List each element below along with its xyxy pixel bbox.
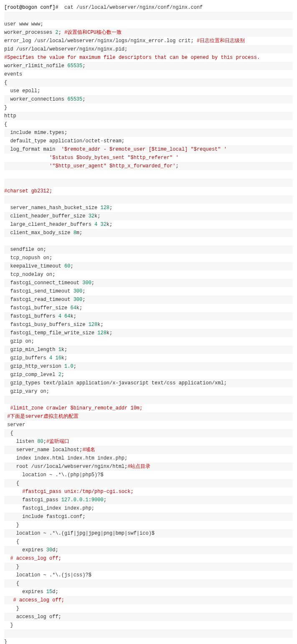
code-segment: #日志位置和日志级别 [197,38,245,44]
code-segment: #charset gb2312; [4,188,52,194]
code-line: gzip_buffers 4 16k; [4,354,293,362]
code-segment: 1.0 [64,364,74,369]
code-line: sendfile on; [4,245,293,254]
code-line [4,170,293,179]
code-segment: ; [82,288,85,294]
code-segment [4,556,10,561]
code-segment: fastcgi_buffer_size [4,305,70,311]
code-segment: fastcgi_send_timeout [4,288,74,294]
code-line: #下面是server虚拟主机的配置 [4,412,293,421]
code-line: # access_log off; [4,554,293,563]
code-segment: sendfile on; [4,247,46,253]
code-segment: } [4,639,7,644]
code-segment: ; [109,205,112,211]
code-segment: log_format main [4,146,61,152]
code-segment: #fastcgi_pass unix:/tmp/php-cgi.sock; [22,489,133,495]
code-segment: 16 [55,355,61,361]
code-segment: server [4,422,25,428]
code-line: { [4,120,293,129]
code-line: tcp_nodelay on; [4,270,293,279]
code-segment [4,631,7,636]
code-line: fastcgi_pass 127.0.0.1:9000; [4,496,293,504]
code-segment: } [4,105,7,111]
code-segment: { [4,430,13,436]
code-segment [4,397,7,403]
code-segment: #站点目录 [127,464,150,470]
code-line: listen 80;#监听端口 [4,437,293,446]
code-segment: error_log /usr/local/webserver/nginx/log… [4,38,197,44]
code-segment: k; [107,330,112,336]
code-line: pid /usr/local/webserver/nginx/nginx.pid… [4,45,293,53]
code-line: use epoll; [4,87,293,95]
code-line: fastcgi_temp_file_write_size 128k; [4,329,293,337]
code-segment: 128 [100,205,109,211]
code-segment: fastcgi_index index.php; [4,505,94,511]
code-segment: 127.0.0.1 [61,497,89,503]
nginx-config-code: [root@bogon conf]# cat /usr/local/webser… [0,0,297,644]
code-segment: 300 [82,280,91,286]
code-line: fastcgi_read_timeout 300; [4,295,293,304]
code-segment: fastcgi_pass [4,497,61,503]
code-segment: location ~ .*\.(php|php5)?$ [4,472,104,478]
code-segment: } [4,622,13,628]
code-line: { [4,429,293,437]
code-segment: 2 [55,30,58,35]
code-line: { [4,78,293,87]
code-line: include mime.types; [4,129,293,137]
code-segment: 4 [58,313,61,319]
code-line: } [4,621,293,629]
code-segment [4,180,10,186]
code-line: log_format main '$remote_addr - $remote_… [4,145,293,154]
code-segment: 30 [46,547,52,553]
code-line [4,237,293,245]
code-segment: listen [4,439,37,444]
code-segment: 60 [64,263,70,269]
code-line: client_header_buffer_size 32k; [4,212,293,220]
code-segment: fastcgi_temp_file_write_size [4,330,97,336]
code-segment: gzip_vary on; [4,389,49,394]
code-segment: { [4,581,19,586]
code-segment: # access_log off; [10,556,61,561]
code-segment: { [4,480,19,486]
code-segment: { [4,539,19,545]
code-segment: ; [70,263,73,269]
code-segment: gzip on; [4,338,37,344]
code-segment: server_names_hash_bucket_size [4,205,100,211]
code-segment: } [4,606,19,611]
code-segment: fastcgi_read_timeout [4,297,74,303]
code-line: fastcgi_index index.php; [4,504,293,513]
code-line: gzip_http_version 1.0; [4,362,293,371]
code-segment: 65535 [67,96,82,102]
code-segment: #limit_zone crawler $binary_remote_addr … [10,405,142,411]
code-line: index index.html index.htm index.php; [4,454,293,462]
code-line: http [4,112,293,120]
code-segment: m; [76,230,82,236]
code-segment: #Specifies the value for maximum file de… [4,55,260,61]
code-line: gzip on; [4,337,293,346]
code-segment: k; [76,305,82,311]
code-line: gzip_vary on; [4,387,293,396]
code-line: { [4,579,293,588]
code-segment: 1 [58,347,61,353]
code-line: expires 30d; [4,546,293,554]
code-segment: 128 [89,322,98,328]
code-line: { [4,479,293,487]
code-segment [4,489,22,495]
code-segment: ; [175,163,178,169]
code-segment: '$status $body_bytes_sent "$http_referer… [49,155,179,161]
code-segment: expires [4,589,46,595]
code-line: fastcgi_buffers 4 64k; [4,312,293,321]
code-line [4,629,293,638]
code-segment: gzip_types text/plain application/x-java… [4,380,227,386]
code-segment [4,405,10,411]
code-line: server [4,421,293,429]
code-segment: [root@bogon conf]# [4,5,64,10]
code-line: fastcgi_send_timeout 300; [4,287,293,295]
code-segment: k; [70,313,76,319]
code-segment: user www www; [4,21,43,27]
code-line: '$status $body_bytes_sent "$http_referer… [4,154,293,162]
code-segment: } [4,564,19,570]
code-line: root /usr/local/webserver/nginx/html;#站点… [4,462,293,471]
code-segment: server_name localhost; [4,447,82,453]
code-line: worker_rlimit_nofile 65535; [4,62,293,70]
